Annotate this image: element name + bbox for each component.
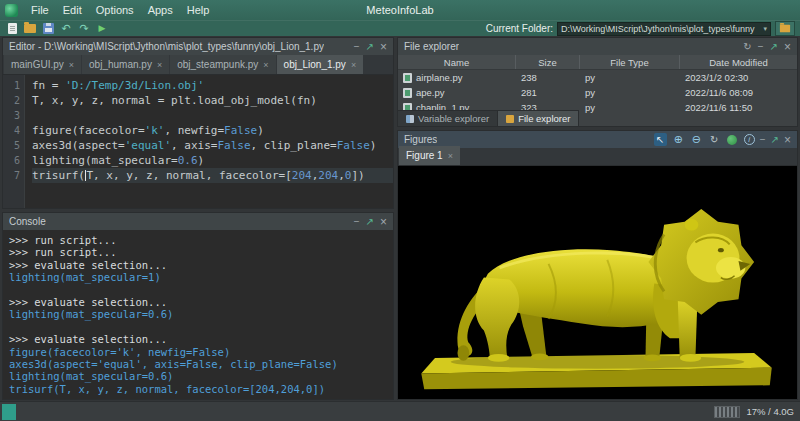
code-line: axes3d(aspect='equal', axis=False, clip_… — [32, 138, 393, 153]
cell-text: 281 — [521, 87, 537, 98]
zoom-in-icon[interactable]: ⊕ — [672, 133, 685, 146]
editor-code[interactable]: fn = 'D:/Temp/3d/Lion.obj'T, x, y, z, no… — [25, 75, 393, 208]
line-number: 7 — [3, 168, 20, 183]
code-token: ]) — [351, 169, 364, 182]
browse-folder-button[interactable] — [775, 21, 795, 36]
chevron-down-icon[interactable]: ▾ — [763, 25, 767, 33]
rotate-icon[interactable]: ↻ — [708, 133, 721, 146]
code-token: False — [217, 139, 250, 152]
redo-button[interactable]: ↷ — [77, 22, 91, 36]
tab-close-icon[interactable]: × — [448, 151, 453, 161]
tab-label: mainGUI.py — [11, 59, 64, 70]
menu-apps[interactable]: Apps — [141, 2, 180, 18]
tab-close-icon[interactable]: × — [157, 60, 162, 70]
column-header-name[interactable]: Name — [398, 55, 516, 69]
grid-icon — [406, 115, 414, 123]
main-toolbar: ↶ ↷ ▶ Current Folder: D:\Working\MIScrip… — [0, 20, 800, 36]
minimize-icon[interactable]: − — [354, 42, 360, 52]
tab-close-icon[interactable]: × — [351, 60, 356, 70]
current-folder-group: Current Folder: D:\Working\MIScript\Jyth… — [486, 21, 795, 36]
file-cell: 2022/11/6 08:09 — [680, 87, 797, 98]
file-explorer-header: File explorer ↻ − ↗ × — [398, 38, 797, 55]
editor-tab-obj_Lion_1.py[interactable]: obj_Lion_1.py× — [277, 55, 364, 74]
tab-variable-explorer[interactable]: Variable explorer — [398, 110, 498, 126]
file-explorer-panel: File explorer ↻ − ↗ × NameSizeFile TypeD… — [397, 37, 798, 127]
console-line: >>> run script... — [9, 234, 387, 246]
code-token: T, x, y, z, normal, facecolor=[ — [86, 169, 291, 182]
editor-panel-title: Editor - D:\Working\MIScript\Jython\mis\… — [9, 41, 324, 52]
column-header-date-modified[interactable]: Date Modified — [680, 55, 797, 69]
menu-help[interactable]: Help — [180, 2, 217, 18]
tab-label: Figure 1 — [406, 150, 443, 161]
close-icon[interactable]: × — [784, 41, 791, 53]
minimize-icon[interactable]: − — [760, 135, 766, 145]
editor-panel: Editor - D:\Working\MIScript\Jython\mis\… — [2, 37, 394, 209]
minimize-icon[interactable]: − — [758, 42, 764, 52]
console-output[interactable]: >>> run script...>>> run script...>>> ev… — [3, 230, 393, 399]
cell-text: 238 — [521, 72, 537, 83]
cell-text: ape.py — [416, 87, 445, 98]
current-folder-combobox[interactable]: D:\Working\MIScript\Jython\mis\plot_type… — [557, 22, 771, 36]
memory-bar-icon — [714, 406, 740, 418]
menu-file[interactable]: File — [24, 2, 56, 18]
close-icon[interactable]: × — [380, 216, 387, 228]
save-button[interactable] — [41, 22, 55, 36]
figures-tab-bar: Figure 1 × — [398, 148, 797, 166]
info-icon[interactable]: i — [744, 134, 755, 145]
figure-1-tab[interactable]: Figure 1 × — [399, 146, 460, 165]
save-icon — [43, 23, 54, 34]
open-script-button[interactable] — [23, 22, 37, 36]
figures-panel: Figures ↖ ⊕ ⊖ ↻ i − ↗ × Figure 1 × — [397, 130, 798, 400]
detach-icon[interactable]: ↗ — [770, 42, 778, 52]
code-token: , clip_plane= — [251, 139, 337, 152]
editor-tab-mainGUI.py[interactable]: mainGUI.py× — [4, 55, 81, 74]
figures-toolbar: ↖ ⊕ ⊖ ↻ i − ↗ × — [648, 133, 791, 146]
run-script-button[interactable]: ▶ — [95, 22, 109, 36]
code-token: , axis= — [171, 139, 217, 152]
tab-file-explorer[interactable]: File explorer — [498, 110, 579, 126]
editor-tab-obj_human.py[interactable]: obj_human.py× — [82, 55, 169, 74]
menu-edit[interactable]: Edit — [56, 2, 89, 18]
cell-text: airplane.py — [416, 72, 462, 83]
console-panel: Console − ↗ × >>> run script...>>> run s… — [2, 212, 394, 400]
refresh-icon[interactable]: ↻ — [743, 42, 751, 52]
lion-3d-render — [398, 166, 797, 399]
column-header-size[interactable]: Size — [516, 55, 580, 69]
editor-tab-obj_steampunk.py[interactable]: obj_steampunk.py× — [170, 55, 275, 74]
code-token: 'equal' — [125, 139, 171, 152]
detach-icon[interactable]: ↗ — [366, 217, 374, 227]
figure-canvas[interactable] — [398, 166, 797, 399]
console-header-icons: − ↗ × — [348, 216, 387, 228]
select-cursor-icon[interactable]: ↖ — [654, 133, 667, 146]
file-cell: airplane.py — [398, 72, 516, 83]
new-script-button[interactable] — [5, 22, 19, 36]
explorer-tab-bar: Variable explorerFile explorer — [398, 110, 579, 126]
menu-options[interactable]: Options — [89, 2, 141, 18]
app-logo-icon — [5, 4, 18, 17]
file-row[interactable]: ape.py281py2022/11/6 08:09 — [398, 85, 797, 100]
undo-button[interactable]: ↶ — [59, 22, 73, 36]
code-line: figure(facecolor='k', newfig=False) — [32, 123, 393, 138]
minimize-icon[interactable]: − — [354, 217, 360, 227]
detach-icon[interactable]: ↗ — [366, 42, 374, 52]
folder-icon — [506, 115, 514, 123]
close-icon[interactable]: × — [784, 134, 791, 146]
code-line: lighting(mat_specular=0.6) — [32, 153, 393, 168]
column-header-file-type[interactable]: File Type — [580, 55, 680, 69]
menu-items: FileEditOptionsAppsHelp — [24, 2, 216, 18]
globe-icon[interactable] — [726, 133, 739, 146]
file-table-header: NameSizeFile TypeDate Modified — [398, 55, 797, 70]
file-row[interactable]: airplane.py238py2023/1/2 02:30 — [398, 70, 797, 85]
detach-icon[interactable]: ↗ — [771, 135, 779, 145]
console-line: axes3d(aspect='equal', axis=False, clip_… — [9, 358, 387, 370]
cell-text: py — [585, 72, 595, 83]
run-icon: ▶ — [99, 24, 106, 33]
file-explorer-header-icons: ↻ − ↗ × — [737, 41, 791, 53]
close-icon[interactable]: × — [380, 41, 387, 53]
tab-close-icon[interactable]: × — [69, 60, 74, 70]
cell-text: py — [585, 87, 595, 98]
tab-label: obj_steampunk.py — [177, 59, 258, 70]
zoom-out-icon[interactable]: ⊖ — [690, 133, 703, 146]
memory-usage-text: 17% / 4.0G — [746, 406, 794, 417]
tab-close-icon[interactable]: × — [263, 60, 268, 70]
